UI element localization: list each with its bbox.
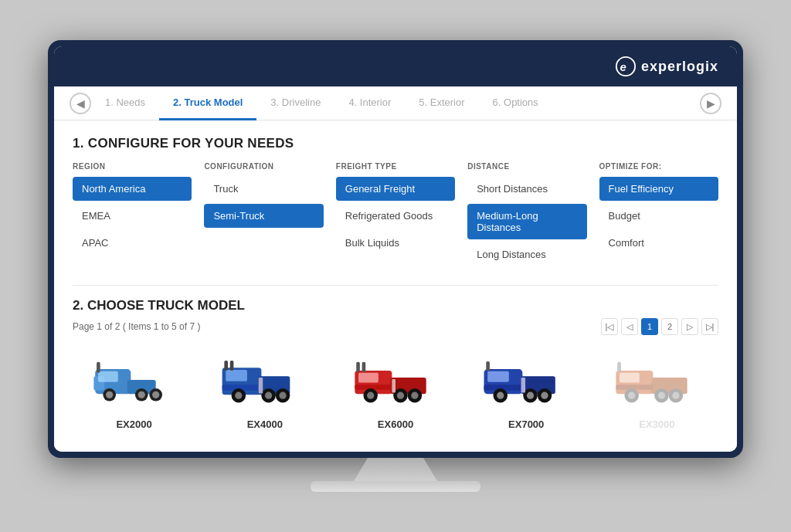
page-prev-button[interactable]: ◁	[621, 318, 638, 335]
nav-back-button[interactable]: ◀	[70, 93, 91, 114]
section1-title: 1. CONFIGURE FOR YOUR NEEDS	[73, 136, 718, 151]
svg-point-44	[497, 391, 504, 398]
truck-card-ex3000[interactable]: EX3000	[596, 346, 718, 436]
svg-point-7	[106, 391, 113, 398]
option-bulk-liquids[interactable]: Bulk Liquids	[336, 231, 455, 255]
truck-svg-ex4000	[219, 354, 311, 412]
config-label-configuration: CONFIGURATION	[204, 162, 323, 171]
option-comfort[interactable]: Comfort	[599, 231, 718, 255]
truck-label-ex7000: EX7000	[508, 418, 544, 430]
option-budget[interactable]: Budget	[599, 204, 718, 228]
nav-tabs: ◀ 1. Needs 2. Truck Model 3. Driveline 4…	[54, 86, 737, 120]
svg-point-58	[658, 391, 665, 398]
monitor-stand	[349, 458, 442, 481]
svg-point-20	[265, 391, 272, 398]
svg-point-60	[673, 391, 680, 398]
page-info: Page 1 of 2 ( Items 1 to 5 of 7 )	[73, 321, 200, 332]
page-next-button[interactable]: ▷	[681, 318, 698, 335]
svg-rect-15	[226, 369, 247, 381]
svg-point-31	[367, 391, 374, 398]
svg-rect-37	[362, 361, 366, 371]
svg-point-46	[527, 391, 534, 398]
option-long-distances[interactable]: Long Distances	[467, 242, 586, 266]
config-col-configuration: CONFIGURATION Truck Semi-Truck	[204, 162, 323, 269]
svg-rect-50	[521, 378, 526, 392]
svg-point-33	[397, 391, 404, 398]
truck-card-ex2000[interactable]: EX2000	[73, 346, 195, 436]
truck-grid: EX2000	[73, 346, 718, 436]
option-emea[interactable]: EMEA	[73, 204, 192, 228]
svg-rect-5	[98, 371, 118, 381]
option-fuel-efficiency[interactable]: Fuel Efficiency	[599, 177, 718, 201]
truck-card-ex7000[interactable]: EX7000	[465, 346, 588, 436]
config-col-optimize: OPTIMIZE FOR: Fuel Efficiency Budget Com…	[599, 162, 718, 269]
truck-image-ex3000	[606, 352, 707, 414]
svg-text:e: e	[620, 60, 626, 73]
truck-image-ex7000	[476, 352, 576, 414]
svg-rect-53	[620, 372, 640, 382]
page-2-button[interactable]: 2	[661, 318, 678, 335]
truck-svg-ex7000	[480, 354, 572, 412]
truck-svg-ex3000	[610, 354, 703, 412]
content-area: 1. CONFIGURE FOR YOUR NEEDS REGION North…	[54, 120, 737, 452]
config-col-freight: FREIGHT TYPE General Freight Refrigerate…	[336, 162, 455, 269]
monitor-screen: e experlogix ◀ 1. Needs 2. Truck Model 3…	[48, 40, 743, 458]
option-general-freight[interactable]: General Freight	[336, 177, 455, 201]
config-label-region: REGION	[73, 162, 192, 171]
svg-rect-23	[224, 360, 228, 370]
svg-rect-41	[487, 371, 509, 381]
truck-image-ex2000	[84, 352, 185, 414]
tab-options[interactable]: 6. Options	[479, 86, 552, 120]
option-semi-truck[interactable]: Semi-Truck	[204, 204, 323, 228]
page-first-button[interactable]: |◁	[601, 318, 618, 335]
svg-rect-24	[230, 360, 234, 370]
truck-card-ex4000[interactable]: EX4000	[203, 346, 326, 436]
monitor-base	[311, 481, 480, 492]
tab-exterior[interactable]: 5. Exterior	[405, 86, 478, 120]
truck-image-ex4000	[215, 352, 315, 414]
truck-label-ex4000: EX4000	[247, 418, 283, 430]
page-last-button[interactable]: ▷|	[701, 318, 718, 335]
app-title: experlogix	[641, 59, 718, 75]
truck-image-ex6000	[345, 352, 446, 414]
option-short-distances[interactable]: Short Distances	[467, 177, 586, 201]
option-north-america[interactable]: North America	[73, 177, 192, 201]
monitor-wrap: e experlogix ◀ 1. Needs 2. Truck Model 3…	[48, 40, 743, 492]
truck-label-ex2000: EX2000	[116, 418, 151, 430]
option-truck[interactable]: Truck	[204, 177, 323, 201]
truck-label-ex6000: EX6000	[378, 418, 413, 430]
tab-truck-model[interactable]: 2. Truck Model	[159, 86, 256, 120]
svg-rect-36	[356, 361, 360, 371]
config-grid: REGION North America EMEA APAC CONFIGURA…	[73, 162, 718, 269]
truck-label-ex3000: EX3000	[639, 418, 674, 430]
option-refrigerated-goods[interactable]: Refrigerated Goods	[336, 204, 455, 228]
tab-interior[interactable]: 4. Interior	[334, 86, 405, 120]
section2-title: 2. CHOOSE TRUCK MODEL	[73, 298, 718, 313]
truck-svg-ex6000	[349, 354, 442, 412]
svg-rect-49	[486, 361, 490, 371]
tab-needs[interactable]: 1. Needs	[91, 86, 159, 120]
svg-point-56	[628, 391, 635, 398]
svg-point-35	[411, 391, 418, 398]
svg-point-11	[152, 391, 159, 398]
pagination-controls: |◁ ◁ 1 2 ▷ ▷|	[601, 318, 718, 335]
pagination-bar: Page 1 of 2 ( Items 1 to 5 of 7 ) |◁ ◁ 1…	[73, 318, 718, 335]
svg-point-22	[279, 391, 286, 398]
svg-rect-12	[97, 361, 100, 372]
truck-card-ex6000[interactable]: EX6000	[334, 346, 457, 436]
svg-rect-38	[392, 378, 396, 392]
screen-inner: e experlogix ◀ 1. Needs 2. Truck Model 3…	[54, 46, 737, 452]
nav-forward-button[interactable]: ▶	[700, 93, 721, 114]
config-label-freight: FREIGHT TYPE	[336, 162, 455, 171]
svg-point-9	[137, 391, 144, 398]
option-medium-long[interactable]: Medium-Long Distances	[467, 204, 586, 239]
svg-point-18	[235, 391, 242, 398]
tab-driveline[interactable]: 3. Driveline	[256, 86, 334, 120]
logo-icon: e	[615, 56, 637, 77]
svg-rect-25	[258, 378, 263, 393]
truck-svg-ex2000	[88, 354, 181, 412]
svg-rect-28	[358, 372, 379, 382]
page-1-button[interactable]: 1	[641, 318, 658, 335]
option-apac[interactable]: APAC	[73, 231, 192, 255]
config-col-region: REGION North America EMEA APAC	[73, 162, 192, 269]
